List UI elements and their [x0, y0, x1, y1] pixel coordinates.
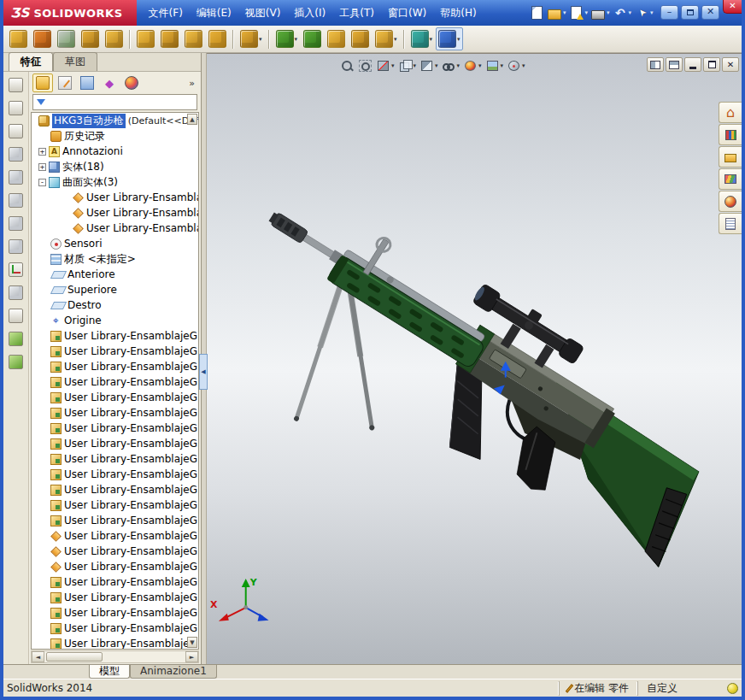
dropdown-caret-icon[interactable]: ▾ — [584, 9, 588, 16]
rifle-model[interactable] — [207, 166, 739, 626]
tree-item[interactable]: User Library-Ensambla — [32, 221, 198, 236]
view-settings-button[interactable]: ▾ — [506, 58, 526, 74]
status-custom[interactable]: 自定义 — [637, 681, 686, 696]
view-top-button[interactable] — [6, 191, 26, 209]
featuremanager-tab[interactable] — [32, 74, 53, 92]
sketch-button[interactable]: ▾ — [436, 27, 463, 50]
dropdown-caret-icon[interactable]: ▾ — [457, 36, 460, 43]
file-explorer-tab[interactable] — [719, 146, 742, 168]
tree-root-item[interactable]: HKG3自动步枪(Default<<Def — [32, 113, 198, 128]
scroll-right-button[interactable]: ► — [185, 651, 198, 662]
reference-triad-button[interactable] — [6, 260, 26, 279]
home-tab[interactable]: ⌂ — [719, 102, 742, 123]
menu-item-0[interactable]: 文件(F) — [142, 3, 190, 24]
tree-scroll-down-button[interactable]: ▼ — [187, 637, 197, 648]
dropdown-caret-icon[interactable]: ▾ — [295, 36, 298, 43]
menu-item-3[interactable]: 插入(I) — [287, 3, 332, 24]
new-document-button[interactable] — [528, 5, 546, 21]
dropdown-caret-icon[interactable]: ▾ — [435, 62, 438, 69]
menu-item-5[interactable]: 窗口(W) — [381, 3, 433, 24]
viewport-split-vertical-button[interactable] — [666, 57, 683, 72]
zoom-fit-button[interactable] — [339, 58, 355, 74]
tree-item[interactable]: User Library-EnsamblajeG — [32, 497, 198, 513]
part-template-button[interactable] — [6, 75, 26, 94]
dropdown-caret-icon[interactable]: ▾ — [259, 36, 262, 43]
tree-item[interactable]: 历史记录 — [32, 128, 198, 144]
panel-tab-features[interactable]: 特征 — [9, 52, 53, 71]
dropdown-caret-icon[interactable]: ▾ — [501, 62, 504, 69]
tree-item[interactable]: User Library-EnsamblajeG — [32, 528, 198, 544]
view-orientation-button[interactable]: ▾ — [397, 58, 418, 74]
appearances-button[interactable]: ▾ — [462, 58, 483, 74]
render-tools-button[interactable] — [6, 352, 26, 371]
dropdown-caret-icon[interactable]: ▾ — [430, 36, 433, 43]
tree-item[interactable]: Superiore — [32, 282, 198, 297]
zoom-area-button[interactable] — [357, 58, 373, 74]
panel-overflow-button[interactable]: » — [189, 78, 197, 89]
configurationmanager-tab[interactable] — [77, 74, 97, 92]
dropdown-caret-icon[interactable]: ▾ — [563, 9, 566, 16]
tree-item[interactable]: Origine — [32, 313, 198, 328]
scroll-track[interactable] — [44, 651, 185, 662]
rotate-component-button[interactable] — [55, 27, 78, 50]
view-front-button[interactable] — [6, 144, 26, 163]
tree-scroll-up-button[interactable]: ▲ — [187, 114, 197, 125]
expand-toggle[interactable]: - — [38, 179, 46, 186]
viewport-split-horizontal-button[interactable] — [647, 57, 664, 72]
menu-item-4[interactable]: 工具(T) — [332, 3, 381, 24]
tree-item[interactable]: User Library-EnsamblajeG — [32, 636, 198, 650]
tree-item[interactable]: Sensori — [32, 236, 198, 251]
select-button[interactable]: ➤▾ — [633, 5, 655, 21]
tree-item[interactable]: +实体(18) — [32, 159, 198, 174]
tree-item[interactable]: User Library-EnsamblajeG — [32, 482, 198, 497]
dropdown-caret-icon[interactable]: ▾ — [607, 9, 610, 16]
view-palette-tab[interactable] — [719, 168, 742, 190]
undo-button[interactable]: ↶▾ — [611, 5, 633, 21]
simulation-button[interactable] — [349, 27, 372, 50]
open-button[interactable]: ▾ — [546, 5, 568, 21]
insert-component-button[interactable] — [134, 27, 157, 50]
tree-item[interactable]: User Library-EnsamblajeG — [32, 390, 198, 405]
tree-item[interactable]: User Library-EnsamblajeG — [32, 621, 198, 636]
assembly-template-button[interactable] — [6, 98, 26, 117]
expand-toggle[interactable]: + — [38, 163, 46, 171]
tree-item[interactable]: User Library-EnsamblajeG — [32, 344, 198, 359]
panel-tab-sketch[interactable]: 草图 — [53, 52, 97, 71]
tree-item[interactable]: User Library-EnsamblajeG — [32, 467, 198, 482]
tree-item[interactable]: User Library-EnsamblajeG — [32, 544, 198, 559]
minimize-button[interactable]: – — [660, 5, 678, 20]
view-left-button[interactable] — [6, 168, 26, 186]
design-library-tab[interactable] — [719, 124, 742, 145]
view-isometric-button[interactable] — [6, 214, 26, 232]
graphics-viewport[interactable]: Y X ▾▾▾▾▾▾▾ ✕ ⌂ — [207, 53, 742, 664]
app-close-button[interactable]: ✕ — [723, 0, 742, 14]
dropdown-caret-icon[interactable]: ▾ — [457, 62, 460, 69]
edit-part-button[interactable] — [7, 27, 30, 50]
tree-item[interactable]: User Library-EnsamblajeG — [32, 605, 198, 621]
tree-item[interactable]: Destro — [32, 297, 198, 313]
display-style-button[interactable]: ▾ — [419, 58, 439, 74]
component-pattern-button[interactable]: ▾ — [238, 27, 265, 50]
scroll-left-button[interactable]: ◄ — [32, 651, 44, 662]
hide-show-button[interactable]: ▾ — [441, 58, 461, 74]
restore-document-button[interactable] — [703, 57, 720, 72]
dropdown-caret-icon[interactable]: ▾ — [414, 62, 417, 69]
tree-item[interactable]: User Library-Ensambla — [32, 190, 198, 205]
menu-item-1[interactable]: 编辑(E) — [190, 3, 238, 24]
print-button[interactable]: ▾ — [590, 5, 612, 21]
linear-pattern-button[interactable] — [182, 27, 205, 50]
apply-scene-button[interactable] — [6, 329, 26, 348]
maximize-button[interactable] — [681, 5, 699, 20]
tree-item[interactable]: User Library-EnsamblajeG — [32, 328, 198, 344]
exploded-view-button[interactable] — [103, 27, 126, 50]
appearances-tab[interactable] — [719, 191, 742, 212]
tree-item[interactable]: User Library-EnsamblajeG — [32, 590, 198, 605]
dropdown-caret-icon[interactable]: ▾ — [391, 62, 395, 69]
tree-item[interactable]: -曲面实体(3) — [32, 174, 198, 190]
tree-item[interactable]: User Library-EnsamblajeG — [32, 513, 198, 528]
annotation-tool-button[interactable] — [6, 306, 26, 325]
make-drawing-button[interactable]: ▾ — [567, 5, 590, 21]
scene-button[interactable]: ▾ — [484, 58, 505, 74]
expand-toggle[interactable]: + — [38, 148, 46, 156]
dropdown-caret-icon[interactable]: ▾ — [628, 9, 631, 16]
